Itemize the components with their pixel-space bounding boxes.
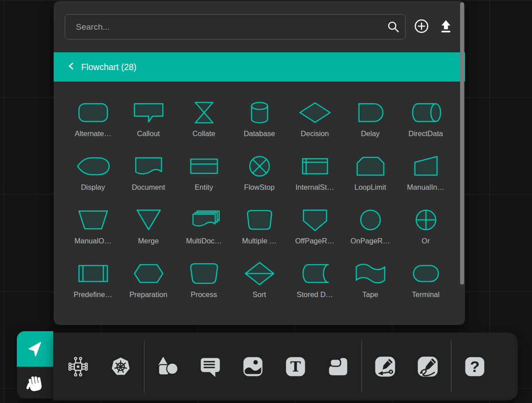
scrollbar[interactable] (460, 2, 464, 285)
shape-item-on-page-reference[interactable]: OnPageR… (343, 206, 398, 245)
search-icon (386, 20, 400, 33)
shape-item-sort[interactable]: Sort (232, 259, 287, 299)
direct-data-icon (404, 98, 448, 127)
search-row (54, 1, 465, 39)
shapes-tool-button[interactable] (155, 354, 180, 379)
kubernetes-tool-button[interactable] (108, 354, 133, 379)
diagram-canvas[interactable]: Flowchart (28) Alternate…CalloutCollateD… (0, 0, 532, 403)
shape-item-stored-data[interactable]: Stored D… (287, 259, 343, 299)
shape-item-entity[interactable]: Entity (176, 152, 232, 192)
delay-icon (348, 98, 393, 127)
edge-pen-tool-button[interactable] (373, 354, 398, 379)
display-icon (71, 152, 115, 180)
kubernetes-icon (108, 354, 133, 379)
shape-library-panel: Flowchart (28) Alternate…CalloutCollateD… (54, 1, 465, 325)
shape-item-flow-stop[interactable]: FlowStop (232, 152, 287, 192)
shape-label: Delay (361, 129, 379, 138)
merge-icon (126, 206, 171, 234)
select-tool-button[interactable] (17, 331, 53, 367)
chevron-left-icon (67, 62, 75, 72)
shape-label: Stored D… (297, 290, 333, 299)
mesh-components-tool-button[interactable] (66, 354, 91, 379)
shape-item-callout[interactable]: Callout (121, 98, 176, 138)
shape-item-decision[interactable]: Decision (287, 98, 343, 138)
shape-item-manual-input[interactable]: ManualIn… (398, 152, 453, 192)
shape-item-database[interactable]: Database (232, 98, 287, 138)
shape-item-manual-operation[interactable]: ManualO… (65, 206, 121, 245)
shape-item-process[interactable]: Process (176, 259, 232, 299)
add-shape-button[interactable] (413, 19, 430, 35)
or-icon (404, 206, 448, 234)
shapes-icon (155, 354, 180, 379)
manual-operation-icon (71, 206, 115, 234)
help-icon: ? (462, 354, 487, 379)
flow-stop-icon (237, 152, 282, 180)
shape-label: Merge (138, 237, 159, 245)
svg-text:T: T (290, 358, 301, 375)
plus-circle-icon (414, 18, 430, 35)
help-tool-button[interactable]: ? (462, 354, 487, 379)
toolbar-divider (361, 340, 362, 393)
shape-item-delay[interactable]: Delay (343, 98, 398, 138)
shape-item-loop-limit[interactable]: LoopLimit (343, 152, 398, 192)
shape-label: DirectData (409, 129, 443, 138)
shape-item-predefined-process[interactable]: Predefine… (65, 259, 121, 299)
shape-label: Entity (195, 183, 213, 192)
shape-label: Multiple … (242, 237, 277, 245)
freehand-draw-tool-button[interactable] (415, 354, 440, 379)
decision-icon (293, 98, 337, 127)
terminal-icon (404, 259, 448, 288)
shape-item-preparation[interactable]: Preparation (121, 259, 176, 299)
loop-limit-icon (348, 152, 393, 180)
shape-item-document[interactable]: Document (121, 152, 176, 192)
collate-icon (182, 98, 226, 127)
upload-shapes-button[interactable] (437, 19, 454, 35)
search-input[interactable] (65, 14, 406, 39)
shape-item-terminal[interactable]: Terminal (398, 259, 453, 299)
multi-document-icon (182, 206, 226, 234)
shape-item-alternate-process[interactable]: Alternate… (65, 98, 121, 138)
mesh-icon (66, 354, 91, 379)
comment-tool-button[interactable] (198, 354, 223, 379)
shape-item-display[interactable]: Display (65, 152, 121, 192)
svg-text:?: ? (470, 358, 480, 376)
alternate-process-icon (71, 98, 115, 127)
stored-data-icon (293, 259, 337, 288)
category-header[interactable]: Flowchart (28) (54, 52, 465, 82)
dock-left-column (17, 331, 53, 399)
toolbar-divider (451, 340, 452, 393)
predefined-process-icon (71, 259, 115, 288)
comment-icon (198, 354, 223, 379)
dock-strip: T ? (53, 333, 518, 400)
sort-icon (237, 259, 282, 288)
shape-label: ManualIn… (407, 183, 444, 192)
note-tool-button[interactable] (326, 354, 351, 379)
image-icon (240, 354, 265, 379)
shape-item-collate[interactable]: Collate (176, 98, 232, 138)
shape-item-direct-data[interactable]: DirectData (398, 98, 453, 138)
shape-item-or[interactable]: Or (398, 206, 453, 245)
document-icon (126, 152, 171, 180)
shape-item-off-page-reference[interactable]: OffPageR… (287, 206, 343, 245)
shape-item-merge[interactable]: Merge (121, 206, 176, 245)
shape-label: Display (81, 183, 105, 192)
shape-item-tape[interactable]: Tape (343, 259, 398, 299)
shape-label: Preparation (130, 290, 167, 299)
image-tool-button[interactable] (240, 354, 265, 379)
category-title: Flowchart (28) (81, 62, 137, 72)
text-tool-button[interactable]: T (283, 354, 308, 379)
shape-label: OffPageR… (295, 237, 335, 245)
shape-label: Collate (193, 129, 215, 138)
shape-label: Sort (252, 290, 266, 299)
shape-label: ManualO… (75, 237, 111, 245)
hand-icon (25, 372, 45, 393)
pan-tool-button[interactable] (17, 367, 53, 399)
shape-label: Process (191, 290, 217, 299)
shape-item-multiple[interactable]: Multiple … (232, 206, 287, 245)
shape-label: InternalSt… (296, 183, 334, 192)
edge-pen-icon (373, 354, 398, 379)
shape-item-internal-storage[interactable]: InternalSt… (287, 152, 343, 192)
database-icon (237, 98, 282, 127)
toolbar-divider (144, 340, 145, 393)
shape-item-multi-document[interactable]: MultiDoc… (176, 206, 232, 245)
